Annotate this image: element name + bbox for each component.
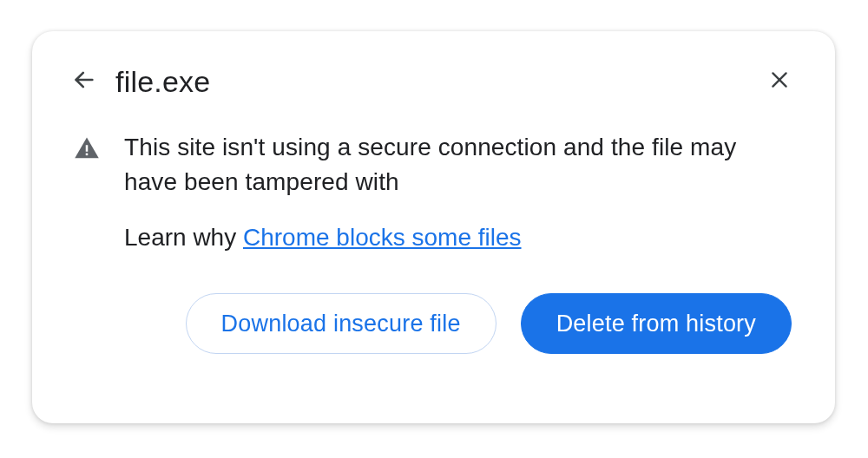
arrow-left-icon xyxy=(72,68,96,95)
delete-from-history-button[interactable]: Delete from history xyxy=(521,293,792,354)
download-insecure-button[interactable]: Download insecure file xyxy=(186,293,496,354)
warning-message: This site isn't using a secure connectio… xyxy=(124,130,775,200)
warning-triangle-icon xyxy=(74,130,108,161)
learn-more-row: Learn why Chrome blocks some files xyxy=(124,222,797,253)
svg-rect-3 xyxy=(86,145,89,152)
dialog-actions: Download insecure file Delete from histo… xyxy=(70,293,797,354)
svg-rect-4 xyxy=(86,154,89,156)
download-warning-dialog: file.exe This site isn't using a secure … xyxy=(32,31,835,423)
back-button[interactable] xyxy=(67,64,102,99)
dialog-title: file.exe xyxy=(115,65,210,99)
learn-more-link[interactable]: Chrome blocks some files xyxy=(243,224,522,251)
close-button[interactable] xyxy=(762,64,797,99)
close-icon xyxy=(768,69,791,95)
learn-more-prefix: Learn why xyxy=(124,224,243,251)
warning-row: This site isn't using a secure connectio… xyxy=(74,130,797,200)
dialog-header: file.exe xyxy=(70,64,797,99)
dialog-body: This site isn't using a secure connectio… xyxy=(70,130,797,253)
